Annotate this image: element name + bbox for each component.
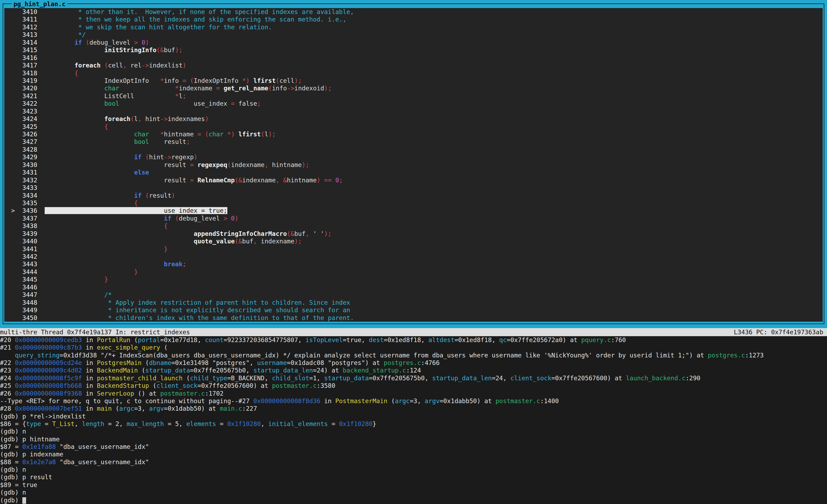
source-line: 3410 * other than it. However, if none o…	[0, 8, 827, 15]
source-line: 3411 * then we keep all the indexes and …	[0, 15, 827, 23]
line-number: 3417	[22, 62, 37, 69]
source-line: 3434 if (result)	[0, 192, 827, 199]
line-gutter	[0, 115, 22, 122]
line-number: 3435	[22, 200, 37, 207]
line-gutter	[0, 146, 22, 153]
source-line: 3449 * inheritance is not explicitly des…	[0, 306, 827, 314]
gdb-output-line: (gdb) p result	[0, 473, 827, 481]
line-number: 3444	[22, 268, 37, 275]
line-gutter	[0, 100, 22, 107]
gdb-output-line: #24 0x00000000008f5c9f in postmaster_chi…	[0, 374, 827, 382]
line-number: 3439	[22, 230, 37, 237]
source-line: 3443 break;	[0, 260, 827, 268]
source-line: 3419 IndexOptInfo *info = (IndexOptInfo …	[0, 77, 827, 85]
gdb-output-line: $87 = 0x1e1fa88 "dba_users_username_idx"	[0, 443, 827, 451]
source-line: 3416	[0, 54, 827, 62]
gdb-output-line: (gdb) n	[0, 466, 827, 473]
line-number: 3448	[22, 299, 37, 306]
line-gutter	[0, 177, 22, 184]
source-line: 3433	[0, 184, 827, 192]
line-gutter	[0, 93, 22, 100]
source-line: 3440 quote_value(&buf, indexname);	[0, 238, 827, 245]
line-gutter	[0, 62, 22, 69]
source-line: 3421 ListCell *l;	[0, 92, 827, 100]
source-line: 3438 {	[0, 222, 827, 230]
line-number: 3442	[22, 253, 37, 260]
line-gutter	[0, 8, 22, 15]
line-gutter	[0, 268, 22, 275]
source-line: 3439 appendStringInfoCharMacro(&buf, ' '…	[0, 230, 827, 238]
source-pane: 3410 * other than it. However, if none o…	[4, 8, 823, 322]
line-gutter	[0, 138, 22, 145]
window-border-top-line	[3, 3, 824, 4]
gdb-output-line: (gdb) n	[0, 489, 827, 496]
line-number: 3434	[22, 192, 37, 199]
line-number: 3441	[22, 246, 37, 253]
window-border-bottom-line	[3, 323, 824, 324]
line-number: 3433	[22, 184, 37, 191]
line-number: 3436	[22, 207, 37, 214]
source-line: 3429 if (hint->regexp)	[0, 153, 827, 161]
line-number: 3438	[22, 222, 37, 230]
line-number: 3430	[22, 161, 37, 168]
gdb-output-line: (gdb) p hintname	[0, 436, 827, 443]
gdb-output-line: (gdb) n	[0, 427, 827, 435]
line-gutter	[0, 39, 22, 46]
source-line: 3441 }	[0, 245, 827, 253]
line-gutter	[0, 77, 22, 84]
line-number: 3428	[22, 146, 37, 153]
source-line-current: > 3436 use_index = true;	[0, 207, 827, 214]
gdb-console[interactable]: #20 0x00000000009cedb3 in PortalRun (por…	[0, 336, 827, 504]
gdb-output-line: query_string=0x1df3d38 "/*+ IndexScan(db…	[0, 352, 827, 359]
gdb-output-line: $88 = 0x1e2e7a8 "dba_users_username_idx"	[0, 458, 827, 466]
line-gutter	[0, 261, 22, 267]
gdb-tui-terminal[interactable]: pg_hint_plan.c 3410 * other than it. How…	[0, 0, 827, 504]
current-line-marker: >	[0, 207, 22, 214]
line-number: 3419	[22, 77, 37, 84]
source-line: 3422 bool use_index = false;	[0, 100, 827, 107]
line-number: 3449	[22, 307, 37, 314]
window-border-bottom	[0, 322, 827, 328]
line-gutter	[0, 284, 22, 291]
line-number: 3414	[22, 39, 37, 46]
line-gutter	[0, 108, 22, 115]
line-gutter	[0, 238, 22, 245]
line-number: 3445	[22, 276, 37, 283]
status-thread-info: multi-thre Thread 0x7f4e19a137 In: restr…	[0, 328, 190, 336]
line-gutter	[0, 307, 22, 314]
line-number: 3431	[22, 169, 37, 176]
line-number: 3412	[22, 24, 37, 31]
line-number: 3422	[22, 100, 37, 107]
status-bar: multi-thre Thread 0x7f4e19a137 In: restr…	[0, 328, 827, 336]
source-line: 3415 initStringInfo(&buf);	[0, 46, 827, 54]
line-gutter	[0, 192, 22, 199]
line-gutter	[0, 253, 22, 260]
source-line: 3437 if (debug_level > 0)	[0, 215, 827, 222]
line-gutter	[0, 314, 22, 321]
gdb-output-line: #26 0x00000000008f9368 in ServerLoop () …	[0, 390, 827, 397]
line-number: 3432	[22, 177, 37, 184]
source-line: 3447 /*	[0, 291, 827, 299]
line-number: 3421	[22, 93, 37, 100]
line-number: 3420	[22, 85, 37, 92]
source-line: 3442	[0, 253, 827, 260]
source-line: 3423	[0, 108, 827, 115]
line-number: 3427	[22, 138, 37, 145]
gdb-prompt-line[interactable]: (gdb)	[0, 497, 827, 504]
line-gutter	[0, 161, 22, 168]
gdb-output-line: (gdb) p indexname	[0, 451, 827, 458]
source-line: 3444 }	[0, 268, 827, 276]
line-gutter	[0, 24, 22, 31]
line-gutter	[0, 54, 22, 61]
line-number: 3425	[22, 123, 37, 130]
line-gutter	[0, 184, 22, 191]
line-number: 3446	[22, 284, 37, 291]
line-gutter	[0, 131, 22, 138]
gdb-output-line: #28 0x00000000007bef51 in main (argc=3, …	[0, 405, 827, 412]
line-number: 3443	[22, 261, 37, 267]
gdb-output-line: #25 0x00000000008fb668 in BackendStartup…	[0, 382, 827, 390]
terminal-cursor	[22, 497, 26, 504]
source-file-name: pg_hint_plan.c	[12, 0, 67, 8]
source-line: 3448 * Apply index restriction of parent…	[0, 299, 827, 306]
line-gutter	[0, 215, 22, 222]
